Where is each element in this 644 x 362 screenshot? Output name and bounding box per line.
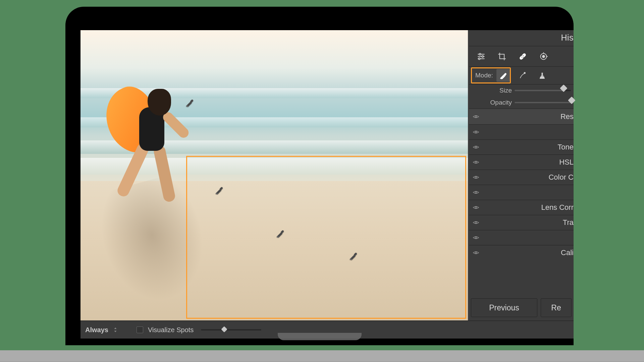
heal-pin-icon[interactable] (276, 230, 284, 238)
panel-label: Tone (483, 143, 574, 152)
svg-rect-10 (519, 53, 526, 60)
svg-point-27 (475, 192, 477, 193)
panel-row[interactable] (469, 230, 574, 245)
eye-icon[interactable] (469, 204, 483, 211)
svg-point-9 (478, 58, 480, 59)
panel-label: HSL (483, 158, 574, 167)
mode-label: Mode: (472, 72, 496, 79)
reset-button[interactable]: Re (541, 298, 572, 317)
panel-label: Color C (483, 173, 574, 182)
svg-point-23 (475, 131, 477, 133)
eye-icon[interactable] (469, 144, 483, 150)
bottom-buttons: Previous Re (469, 295, 574, 320)
app-screen: His (80, 30, 574, 339)
reset-label: Res (483, 112, 574, 121)
visualize-spots-label: Visualize Spots (148, 326, 194, 334)
svg-point-19 (524, 72, 526, 73)
svg-point-30 (475, 237, 477, 239)
opacity-label: Opacity (469, 99, 515, 106)
svg-point-26 (475, 177, 477, 178)
svg-rect-1 (216, 193, 218, 194)
laptop-frame: His (65, 7, 574, 345)
heal-pin-icon[interactable] (349, 252, 357, 260)
right-sidebar: His (469, 30, 574, 320)
laptop-notch (278, 333, 362, 340)
opacity-slider-row: Opacity (469, 97, 574, 109)
panel-row-hsl[interactable]: HSL (469, 155, 574, 170)
photo-canvas[interactable] (80, 30, 469, 320)
svg-point-16 (542, 55, 545, 58)
size-slider[interactable] (515, 90, 571, 91)
workspace: His (80, 30, 574, 320)
heal-brush-icon[interactable] (516, 69, 530, 82)
panel-label: Cali (483, 248, 574, 257)
svg-point-12 (523, 57, 524, 57)
panel-row-color[interactable]: Color C (469, 170, 574, 185)
eye-icon[interactable] (469, 129, 483, 135)
panel-row-transform[interactable]: Tra (469, 215, 574, 230)
reset-row[interactable]: Res (469, 109, 574, 124)
svg-rect-0 (186, 106, 188, 107)
svg-rect-3 (350, 259, 352, 260)
photo-subject (107, 70, 174, 204)
eye-icon[interactable] (469, 189, 483, 196)
redeye-icon[interactable] (537, 50, 549, 62)
svg-point-13 (523, 55, 524, 56)
visualize-spots-slider[interactable] (201, 329, 261, 330)
svg-point-22 (475, 116, 477, 118)
mode-extra (511, 69, 549, 82)
laptop-base (0, 350, 644, 362)
heal-pin-icon[interactable] (215, 186, 223, 194)
chevron-updown-icon[interactable] (113, 327, 118, 332)
svg-point-31 (475, 252, 477, 254)
svg-point-5 (479, 53, 481, 55)
panel-label: Lens Corr (483, 203, 574, 212)
photo (80, 30, 468, 320)
eye-icon[interactable] (469, 113, 483, 120)
eye-icon[interactable] (469, 234, 483, 241)
svg-point-29 (475, 222, 477, 224)
panel-title[interactable]: His (469, 30, 574, 46)
svg-point-25 (475, 162, 477, 163)
panel-row[interactable] (469, 185, 574, 200)
panel-label: Tra (483, 218, 574, 227)
svg-point-28 (475, 207, 477, 208)
clone-stamp-icon[interactable] (536, 69, 549, 82)
eye-icon[interactable] (469, 159, 483, 166)
svg-rect-2 (277, 236, 279, 237)
panel-row-lens[interactable]: Lens Corr (469, 200, 574, 215)
overlay-mode-label[interactable]: Always (85, 326, 108, 334)
svg-point-24 (475, 146, 477, 148)
panel-row-tone[interactable]: Tone (469, 139, 574, 155)
crop-icon[interactable] (496, 50, 508, 62)
bandage-icon[interactable] (517, 50, 529, 62)
eye-icon[interactable] (469, 249, 483, 256)
eye-icon[interactable] (469, 174, 483, 181)
previous-button[interactable]: Previous (471, 298, 537, 317)
heal-pin-icon[interactable] (185, 99, 193, 107)
svg-point-7 (482, 56, 483, 57)
svg-rect-21 (541, 75, 544, 76)
mode-selector: Mode: (471, 67, 511, 83)
visualize-spots-checkbox[interactable] (137, 326, 143, 333)
opacity-slider[interactable] (515, 102, 571, 103)
svg-rect-20 (542, 72, 543, 75)
eye-icon[interactable] (469, 219, 483, 226)
svg-point-14 (522, 57, 522, 57)
panel-row-calibration[interactable]: Cali (469, 245, 574, 260)
eraser-icon[interactable] (496, 69, 510, 82)
svg-point-11 (522, 55, 522, 56)
sliders-icon[interactable] (475, 50, 487, 62)
mode-row: Mode: (469, 67, 574, 84)
panel-row[interactable] (469, 124, 574, 139)
size-slider-row: Size (469, 84, 574, 97)
size-label: Size (469, 87, 515, 94)
tool-strip (469, 46, 574, 67)
